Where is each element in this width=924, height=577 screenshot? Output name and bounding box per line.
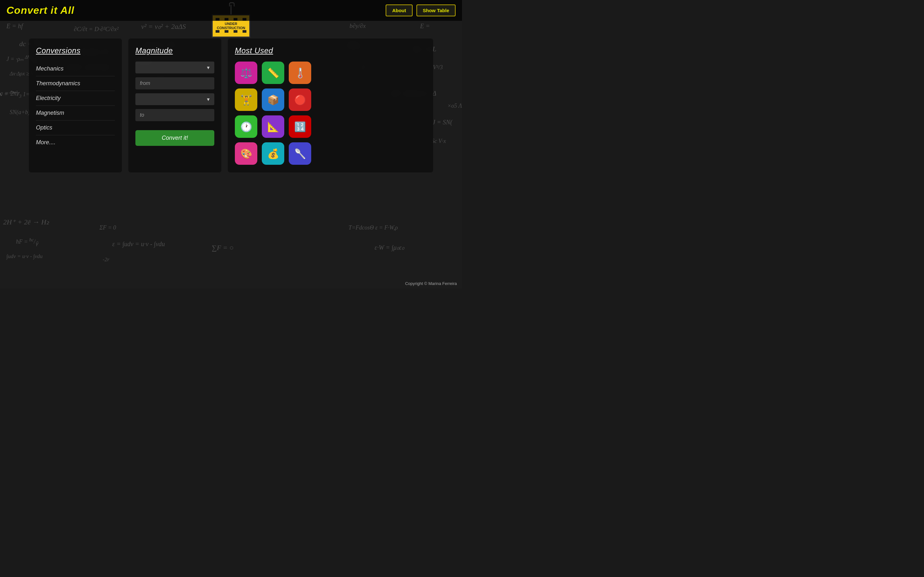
magnitude-panel: Magnitude ▼ ▼ Convert it! <box>128 39 221 172</box>
conversion-item-more[interactable]: More.... <box>36 135 115 150</box>
formula-31: ×o5 Λ <box>447 103 462 109</box>
about-button[interactable]: About <box>386 5 412 16</box>
from-type-select[interactable] <box>136 61 214 73</box>
icon-btn-time[interactable]: 🕐 <box>235 115 257 138</box>
icon-btn-color[interactable]: 🎨 <box>235 142 257 165</box>
formula-19: -2r <box>103 256 110 263</box>
formula-18: ε = ∫udv = u·v - ∫vdu <box>112 240 165 248</box>
to-type-wrapper: ▼ <box>136 93 214 105</box>
icon-btn-length[interactable]: 📏 <box>262 61 284 84</box>
formula-23: E = <box>420 23 430 30</box>
formula-27: T=FdcosΘ ε = F·W,ρ <box>349 224 398 231</box>
construction-text: UNDERCONSTRUCTION <box>217 22 246 30</box>
icon-btn-currency[interactable]: 💰 <box>262 142 284 165</box>
formula-17: ΣF = 0 <box>99 224 116 231</box>
most-used-title: Most Used <box>235 46 426 55</box>
conversion-item-optics[interactable]: Optics <box>36 121 115 135</box>
app-title: Convert it All <box>6 5 74 16</box>
formula-32: J = SN( <box>433 119 452 126</box>
icon-btn-temperature[interactable]: 🌡️ <box>289 61 311 84</box>
to-value-input[interactable] <box>136 109 214 121</box>
formula-5: c = 2πr <box>0 90 19 97</box>
icon-btn-density[interactable]: 🥄 <box>289 142 311 165</box>
conversion-item-magnetism[interactable]: Magnetism <box>36 106 115 121</box>
magnitude-title: Magnitude <box>136 46 214 55</box>
from-value-input[interactable] <box>136 77 214 89</box>
conversions-panel: Conversions MechanicsThermodynamicsElect… <box>29 39 122 172</box>
header-actions: About Show Table <box>386 5 456 16</box>
conversions-title: Conversions <box>36 46 115 55</box>
conversion-item-thermodynamics[interactable]: Thermodynamics <box>36 76 115 91</box>
formula-8: ħF = ħc/γ̃ <box>16 237 38 247</box>
icon-btn-sci[interactable]: 🔢 <box>289 115 311 138</box>
from-type-wrapper: ▼ <box>136 61 214 73</box>
icon-btn-volume[interactable]: 📦 <box>262 89 284 111</box>
formula-20: b∂y/∂x <box>350 23 366 29</box>
formula-33: Sc V·x <box>431 138 446 145</box>
conversion-item-electricity[interactable]: Electricity <box>36 91 115 106</box>
formula-9: ∫udv = u·v - ∫vdu <box>6 253 43 259</box>
formula-28: ε·W = ∫μ₀ε₀ <box>375 243 404 251</box>
icon-btn-speed[interactable]: 🔴 <box>289 89 311 111</box>
icon-btn-weight[interactable]: 🏋️ <box>235 89 257 111</box>
copyright-text: Copyright © Marina Ferreira <box>405 281 457 286</box>
header: Convert it All About Show Table <box>0 0 462 21</box>
to-type-select[interactable] <box>136 93 214 105</box>
show-table-button[interactable]: Show Table <box>417 5 456 16</box>
icons-grid: ⚖️📏🌡️🏋️📦🔴🕐📐🔢🎨💰🥄 <box>235 61 426 165</box>
formula-29: ∑F = ○ <box>212 243 234 252</box>
convert-button[interactable]: Convert it! <box>136 130 214 146</box>
main-panels: Conversions MechanicsThermodynamicsElect… <box>29 39 433 172</box>
formula-10: ∂C/∂t = D·∂²C/∂x² <box>74 26 118 33</box>
formula-25: V³/3 <box>433 64 443 71</box>
construction-stripe-bottom <box>216 30 246 33</box>
formula-13: v² = v₀² + 2aΔS <box>141 23 186 31</box>
conversions-list: MechanicsThermodynamicsElectricityMagnet… <box>36 61 115 150</box>
icon-btn-angle[interactable]: 📐 <box>262 115 284 138</box>
formula-1: E = hf <box>6 23 23 30</box>
conversion-item-mechanics[interactable]: Mechanics <box>36 61 115 76</box>
most-used-panel: Most Used ⚖️📏🌡️🏋️📦🔴🕐📐🔢🎨💰🥄 <box>228 39 433 172</box>
icon-btn-mass[interactable]: ⚖️ <box>235 61 257 84</box>
formula-7: 2H⁺ + 2ē → H₂ <box>3 218 49 226</box>
footer: Copyright © Marina Ferreira <box>405 281 457 286</box>
